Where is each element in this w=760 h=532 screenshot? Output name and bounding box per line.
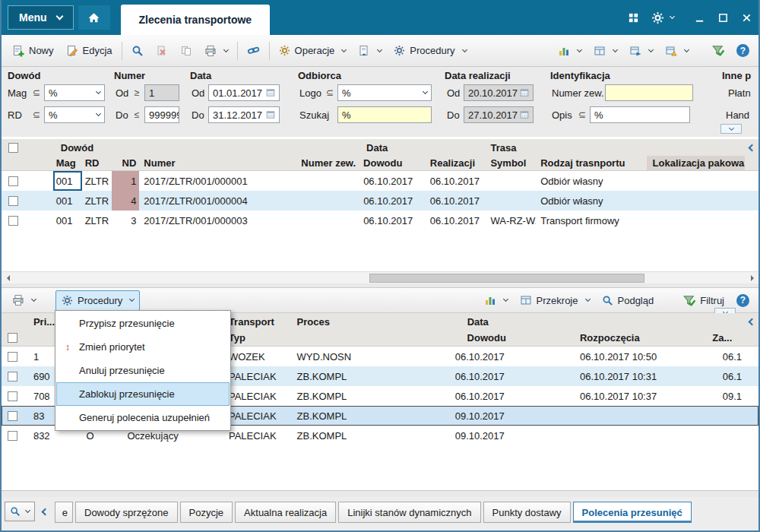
- tab-zlecenia-transportowe[interactable]: Zlecenia transportowe: [121, 5, 271, 35]
- table-row[interactable]: 001 ZLTR 4 2017/ZLTR/001/000004 06.10.20…: [2, 191, 758, 211]
- tab-partial[interactable]: e: [55, 502, 73, 523]
- tab-dowody-sprzezone[interactable]: Dowody sprzężone: [75, 502, 178, 523]
- tab-aktualna-realizacja[interactable]: Aktualna realizacja: [235, 502, 336, 523]
- col-header-lokalizacja[interactable]: Lokalizacja pakowa: [647, 156, 745, 170]
- print-button[interactable]: [198, 40, 234, 62]
- numer-do-field[interactable]: 999999: [144, 106, 179, 123]
- alerts-view-button[interactable]: [659, 40, 695, 62]
- row-checkbox[interactable]: [8, 352, 17, 362]
- layout-view-button[interactable]: [587, 40, 623, 62]
- operator-subset-icon[interactable]: ⊆: [578, 109, 587, 120]
- calendar-icon[interactable]: [266, 88, 275, 97]
- tab-punkty-dostawy[interactable]: Punkty dostawy: [483, 502, 571, 523]
- scroll-left-button[interactable]: [2, 272, 14, 284]
- table-row[interactable]: 001 ZLTR 1 2017/ZLTR/001/000001 06.10.20…: [2, 171, 758, 191]
- horizontal-scrollbar[interactable]: [2, 271, 758, 283]
- operations-button[interactable]: Operacje: [273, 40, 353, 61]
- panel-procedures-button[interactable]: Procedury: [55, 290, 140, 311]
- col-header-symbol[interactable]: Symbol: [486, 156, 536, 170]
- row-checkbox[interactable]: [8, 216, 18, 226]
- scrollbar-track[interactable]: [14, 272, 746, 284]
- link-button[interactable]: [241, 40, 266, 62]
- panel-chart-button[interactable]: [478, 290, 514, 311]
- help-button[interactable]: ?: [736, 44, 749, 57]
- szukaj-field[interactable]: %: [337, 106, 432, 123]
- operator-subset-icon[interactable]: ⊆: [32, 109, 41, 120]
- col-header-mag[interactable]: Mag: [53, 156, 82, 170]
- opis-field[interactable]: %: [590, 106, 690, 123]
- panel-help-button[interactable]: ?: [736, 294, 749, 307]
- copy-button[interactable]: [174, 40, 198, 62]
- tab-pozycje[interactable]: Pozycje: [180, 502, 233, 523]
- tabs-scroll-left-button[interactable]: [37, 502, 52, 521]
- row-checkbox[interactable]: [8, 372, 17, 382]
- col-header-realizacji[interactable]: Realizacji: [424, 156, 486, 170]
- logo-select[interactable]: %: [337, 84, 432, 101]
- col-header-numer[interactable]: Numer: [139, 156, 262, 170]
- col-header-rozpoczecia[interactable]: Rozpoczęcia: [577, 330, 709, 346]
- export-view-button[interactable]: [623, 40, 659, 62]
- col-header-typ[interactable]: Typ: [226, 330, 294, 346]
- realizacja-od-field[interactable]: 20.10.2017: [464, 84, 534, 101]
- podglad-button[interactable]: Podgląd: [596, 290, 660, 311]
- procedures-button[interactable]: Procedury: [388, 40, 472, 61]
- calendar-icon[interactable]: [266, 110, 275, 119]
- col-header-dowodu[interactable]: Dowodu: [452, 330, 577, 346]
- edit-button[interactable]: Edycja: [60, 40, 119, 62]
- menu-item-przypisz-przesuniecie[interactable]: Przypisz przesunięcie: [56, 312, 230, 335]
- maximize-button[interactable]: [717, 12, 729, 24]
- tab-polecenia-przesuniec[interactable]: Polecenia przesunięć: [573, 502, 692, 523]
- tab-linijki-stanow[interactable]: Linijki stanów dynamicznych: [338, 502, 480, 523]
- row-checkbox[interactable]: [8, 431, 17, 441]
- document-dropdown-button[interactable]: [352, 40, 388, 62]
- realizacja-do-field[interactable]: 27.10.2017: [464, 106, 534, 123]
- data-do-field[interactable]: 31.12.2017: [208, 106, 280, 123]
- calendar-icon[interactable]: [520, 110, 529, 119]
- col-header-nd[interactable]: ND: [112, 156, 139, 170]
- home-button[interactable]: [78, 5, 110, 30]
- scrollbar-thumb[interactable]: [369, 274, 644, 283]
- col-header-proces[interactable]: Proces: [294, 313, 452, 330]
- collapse-left-icon[interactable]: [748, 318, 755, 325]
- mag-select[interactable]: %: [44, 84, 105, 101]
- menu-item-anuluj-przesuniecie[interactable]: Anuluj przesunięcie: [56, 359, 230, 382]
- menu-button[interactable]: Menu: [8, 5, 74, 30]
- scroll-right-button[interactable]: [746, 272, 758, 284]
- col-header-za[interactable]: Za...: [709, 330, 745, 346]
- menu-item-zmien-priorytet[interactable]: ↕ Zmień priorytet: [56, 335, 230, 359]
- row-checkbox[interactable]: [8, 411, 17, 421]
- bottom-search-button[interactable]: [5, 502, 35, 521]
- col-header-rd[interactable]: RD: [82, 156, 112, 170]
- filter-apply-button[interactable]: [705, 40, 730, 62]
- operator-subset-icon[interactable]: ⊆: [32, 87, 41, 98]
- col-header-transport[interactable]: Transport: [226, 313, 294, 330]
- col-header-rodzaj-transportu[interactable]: Rodzaj trasnportu: [536, 156, 646, 170]
- panel-print-button[interactable]: [6, 290, 42, 311]
- data-od-field[interactable]: 01.01.2017: [208, 84, 280, 101]
- search-button[interactable]: [125, 40, 150, 62]
- calendar-icon[interactable]: [520, 88, 529, 97]
- delete-button[interactable]: [150, 40, 174, 62]
- numer-zew-field[interactable]: [605, 84, 693, 101]
- filter-expand-button[interactable]: [720, 124, 742, 134]
- row-checkbox[interactable]: [8, 196, 18, 206]
- row-checkbox[interactable]: [8, 176, 18, 186]
- new-button[interactable]: Nowy: [6, 40, 60, 62]
- row-checkbox[interactable]: [8, 391, 17, 401]
- numer-od-field[interactable]: 1: [144, 84, 179, 101]
- table-row[interactable]: 001 ZLTR 3 2017/ZLTR/001/000003 06.10.20…: [2, 211, 758, 230]
- menu-item-generuj-polecenia[interactable]: Generuj polecenia uzupełnień: [56, 406, 230, 429]
- close-button[interactable]: [741, 12, 752, 24]
- select-all-checkbox[interactable]: [8, 333, 17, 343]
- col-header-dowodu[interactable]: Dowodu: [359, 156, 424, 170]
- apps-grid-button[interactable]: [628, 12, 639, 24]
- col-header-numer-zew[interactable]: Numer zew.: [263, 156, 359, 170]
- select-all-checkbox[interactable]: [8, 143, 18, 153]
- przekroje-button[interactable]: Przekroje: [514, 290, 596, 311]
- rd-select[interactable]: %: [44, 106, 105, 123]
- collapse-left-icon[interactable]: [748, 144, 755, 151]
- chart-view-button[interactable]: [552, 40, 587, 62]
- minimize-button[interactable]: [694, 12, 705, 24]
- operator-lte-icon[interactable]: ≤: [132, 109, 141, 120]
- menu-item-zablokuj-przesuniecie[interactable]: Zablokuj przesunięcie: [56, 382, 230, 406]
